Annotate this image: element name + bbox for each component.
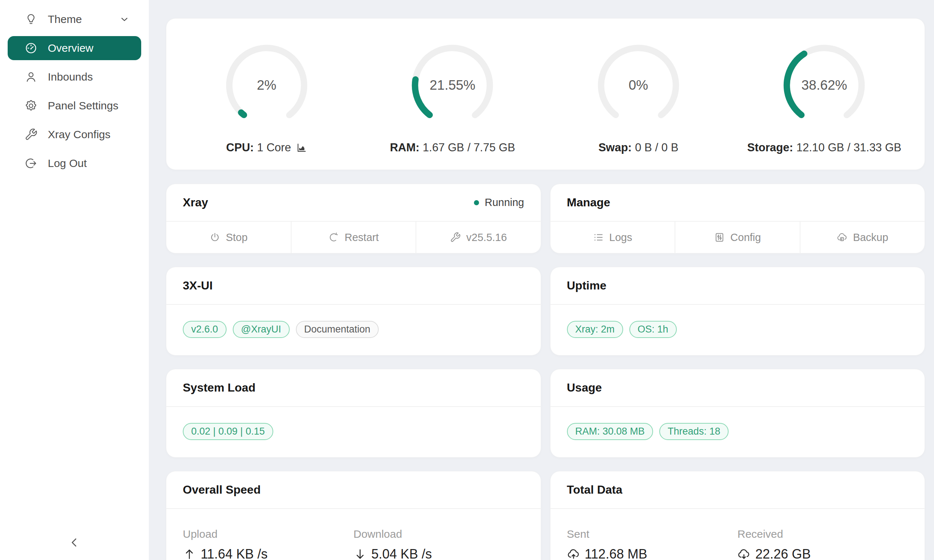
usage-card: Usage RAM: 30.08 MB Threads: 18 <box>550 369 925 458</box>
reload-icon <box>328 232 339 243</box>
sidebar-item-label: Inbounds <box>48 71 92 83</box>
system-load-tags: 0.02 | 0.09 | 0.15 <box>166 407 541 457</box>
xray-card-title: Xray Running <box>166 184 541 222</box>
chevron-down-icon <box>119 14 129 25</box>
gauge-storage: 38.62% Storage: 12.10 GB / 31.33 GB <box>732 40 918 154</box>
sidebar-item-overview[interactable]: Overview <box>8 36 141 60</box>
manage-card: Manage Logs <box>550 184 925 253</box>
manage-logs-button[interactable]: Logs <box>550 222 675 253</box>
gauge-label: RAM: 1.67 GB / 7.75 GB <box>390 141 515 154</box>
gauge-cpu: 2% CPU: 1 Core <box>174 40 360 154</box>
gauge-percent: 21.55% <box>407 40 497 130</box>
usage-tags: RAM: 30.08 MB Threads: 18 <box>550 407 925 457</box>
uptime-card-title: Uptime <box>550 267 925 305</box>
tag-xrayui[interactable]: @XrayUI <box>233 321 290 338</box>
tag-xray-uptime: Xray: 2m <box>567 321 623 338</box>
system-gauges-card: 2% CPU: 1 Core <box>166 18 925 170</box>
tag-documentation[interactable]: Documentation <box>296 321 379 338</box>
manage-actions: Logs Config <box>550 222 925 253</box>
total-data-card-title: Total Data <box>550 471 925 509</box>
gauge-ram: 21.55% RAM: 1.67 GB / 7.75 GB <box>360 40 546 154</box>
sidebar: Theme Overview <box>0 0 149 560</box>
card-title-text: Uptime <box>567 279 606 292</box>
overall-speed-card-title: Overall Speed <box>166 471 541 509</box>
speed-stats: Upload 11.64 KB /s Download <box>166 509 541 560</box>
xray-card: Xray Running Stop <box>166 184 541 253</box>
lightbulb-icon <box>25 13 38 26</box>
total-data-stats: Sent 112.68 MB Received <box>550 509 925 560</box>
gauge-swap: 0% Swap: 0 B / 0 B <box>546 40 732 154</box>
tag-os-uptime: OS: 1h <box>629 321 677 338</box>
received-stat: Received 22.26 GB <box>737 528 908 560</box>
list-icon <box>593 232 604 243</box>
gauge-label: CPU: 1 Core <box>226 141 307 154</box>
xui-card: 3X-UI v2.6.0 @XrayUI Documentation <box>166 267 541 355</box>
control-icon <box>714 232 725 243</box>
xray-status: Running <box>474 197 524 209</box>
power-icon <box>210 232 220 243</box>
xui-tags: v2.6.0 @XrayUI Documentation <box>166 305 541 355</box>
card-title-text: Xray <box>183 196 208 209</box>
arrow-up-icon <box>183 548 196 560</box>
cloud-server-icon <box>837 232 848 243</box>
main-content: 2% CPU: 1 Core <box>149 0 934 560</box>
tag-ram-usage: RAM: 30.08 MB <box>567 423 653 440</box>
card-title-text: Total Data <box>567 483 623 497</box>
arrow-down-icon <box>353 548 367 560</box>
sidebar-item-panel-settings[interactable]: Panel Settings <box>8 94 141 118</box>
wrench-icon <box>450 232 461 243</box>
manage-config-button[interactable]: Config <box>675 222 800 253</box>
sidebar-item-label: Log Out <box>48 157 87 169</box>
download-stat: Download 5.04 KB /s <box>353 528 524 560</box>
xray-stop-button[interactable]: Stop <box>166 222 291 253</box>
uptime-tags: Xray: 2m OS: 1h <box>550 305 925 355</box>
manage-backup-button[interactable]: Backup <box>800 222 925 253</box>
status-text: Running <box>484 197 524 209</box>
upload-stat: Upload 11.64 KB /s <box>183 528 353 560</box>
logout-icon <box>25 157 38 170</box>
dashboard-icon <box>25 42 38 55</box>
sidebar-collapse-button[interactable] <box>0 536 149 551</box>
sidebar-item-label: Panel Settings <box>48 100 118 112</box>
system-load-card: System Load 0.02 | 0.09 | 0.15 <box>166 369 541 458</box>
gear-icon <box>25 99 38 112</box>
chevron-left-icon <box>68 536 81 551</box>
usage-card-title: Usage <box>550 369 925 407</box>
sidebar-item-label: Theme <box>48 13 82 26</box>
app-root: Theme Overview <box>0 0 934 560</box>
area-chart-icon[interactable] <box>296 142 307 154</box>
tag-load-averages: 0.02 | 0.09 | 0.15 <box>183 423 273 440</box>
sidebar-item-theme[interactable]: Theme <box>8 7 141 31</box>
cloud-download-icon <box>737 548 751 560</box>
tag-version[interactable]: v2.6.0 <box>183 321 227 338</box>
running-dot-icon <box>474 200 479 205</box>
xray-version-button[interactable]: v25.5.16 <box>416 222 541 253</box>
xray-restart-button[interactable]: Restart <box>291 222 416 253</box>
card-title-text: Overall Speed <box>183 483 260 497</box>
xray-actions: Stop Restart <box>166 222 541 253</box>
sidebar-item-xray-configs[interactable]: Xray Configs <box>8 123 141 146</box>
gauge-label: Storage: 12.10 GB / 31.33 GB <box>747 141 902 154</box>
xui-card-title: 3X-UI <box>166 267 541 305</box>
gauge-label: Swap: 0 B / 0 B <box>598 141 678 154</box>
gauge-percent: 38.62% <box>779 40 869 130</box>
sent-stat: Sent 112.68 MB <box>567 528 738 560</box>
gauge-percent: 0% <box>593 40 683 130</box>
card-title-text: Manage <box>567 196 610 209</box>
card-title-text: Usage <box>567 381 602 394</box>
sidebar-item-label: Overview <box>48 42 93 54</box>
manage-card-title: Manage <box>550 184 925 222</box>
sidebar-item-inbounds[interactable]: Inbounds <box>8 65 141 89</box>
card-title-text: System Load <box>183 381 255 394</box>
cloud-upload-icon <box>567 548 580 560</box>
tag-threads: Threads: 18 <box>659 423 729 440</box>
sidebar-item-log-out[interactable]: Log Out <box>8 151 141 175</box>
gauge-percent: 2% <box>222 40 311 130</box>
total-data-card: Total Data Sent 112.68 MB <box>550 471 925 560</box>
user-icon <box>25 70 38 83</box>
card-title-text: 3X-UI <box>183 279 213 292</box>
wrench-icon <box>25 128 38 141</box>
uptime-card: Uptime Xray: 2m OS: 1h <box>550 267 925 355</box>
system-load-card-title: System Load <box>166 369 541 407</box>
sidebar-item-label: Xray Configs <box>48 128 111 141</box>
